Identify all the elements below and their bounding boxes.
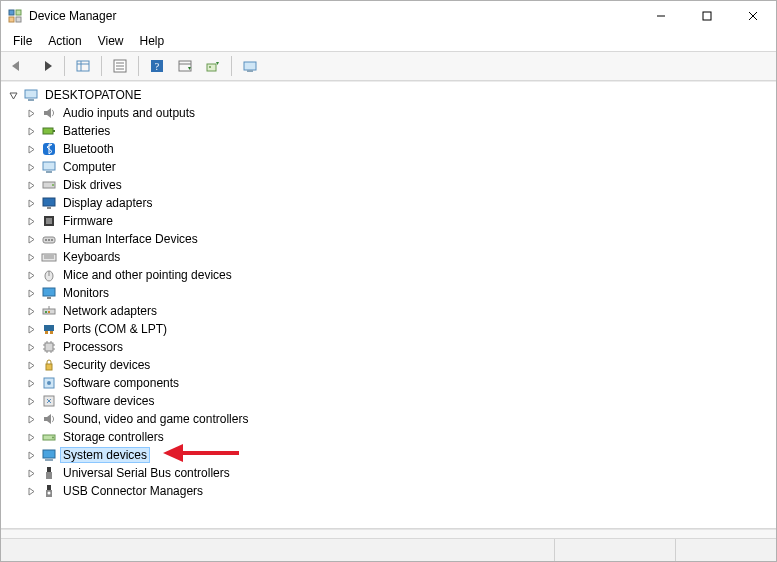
svg-point-20 (209, 66, 211, 68)
scan-hardware-button[interactable] (237, 53, 263, 79)
expand-icon[interactable] (25, 233, 37, 245)
hid-icon (41, 231, 57, 247)
tree-item[interactable]: Monitors (5, 284, 772, 302)
tree-item-label: USB Connector Managers (61, 484, 205, 498)
expand-icon[interactable] (25, 431, 37, 443)
svg-rect-8 (77, 61, 89, 71)
usbconn-icon (41, 483, 57, 499)
svg-rect-49 (48, 311, 50, 313)
tree-item-label: Monitors (61, 286, 111, 300)
tree-item[interactable]: Software components (5, 374, 772, 392)
expand-icon[interactable] (25, 251, 37, 263)
tree-item[interactable]: Ports (COM & LPT) (5, 320, 772, 338)
tree-item[interactable]: Storage controllers (5, 428, 772, 446)
tree-item-label: Security devices (61, 358, 152, 372)
tree-item[interactable]: Batteries (5, 122, 772, 140)
toolbar: ? (1, 51, 776, 81)
battery-icon (41, 123, 57, 139)
tree-item[interactable]: Sound, video and game controllers (5, 410, 772, 428)
expand-icon[interactable] (25, 359, 37, 371)
forward-button[interactable] (33, 53, 59, 79)
firmware-icon (41, 213, 57, 229)
storage-icon (41, 429, 57, 445)
expand-icon[interactable] (25, 125, 37, 137)
svg-rect-1 (16, 10, 21, 15)
svg-rect-23 (25, 90, 37, 98)
svg-rect-32 (43, 198, 55, 206)
expand-icon[interactable] (25, 395, 37, 407)
tree-item[interactable]: Firmware (5, 212, 772, 230)
menu-view[interactable]: View (90, 32, 132, 50)
tree-item-label: Audio inputs and outputs (61, 106, 197, 120)
minimize-button[interactable] (638, 1, 684, 31)
expand-icon[interactable] (25, 269, 37, 281)
bluetooth-icon (41, 141, 57, 157)
expand-icon[interactable] (25, 143, 37, 155)
tree-item-label: Bluetooth (61, 142, 116, 156)
expand-icon[interactable] (25, 215, 37, 227)
tree-item-label: Mice and other pointing devices (61, 268, 234, 282)
tree-item[interactable]: Disk drives (5, 176, 772, 194)
tree-item[interactable]: Software devices (5, 392, 772, 410)
tree-item[interactable]: Display adapters (5, 194, 772, 212)
tree-item[interactable]: Bluetooth (5, 140, 772, 158)
expand-icon[interactable] (25, 449, 37, 461)
menu-file[interactable]: File (5, 32, 40, 50)
system-icon (41, 447, 57, 463)
svg-rect-5 (703, 12, 711, 20)
expand-icon[interactable] (25, 161, 37, 173)
expand-icon[interactable] (25, 413, 37, 425)
maximize-button[interactable] (684, 1, 730, 31)
back-button[interactable] (5, 53, 31, 79)
tree-item-label: Ports (COM & LPT) (61, 322, 169, 336)
expand-icon[interactable] (25, 305, 37, 317)
tree-item[interactable]: Processors (5, 338, 772, 356)
show-hide-tree-button[interactable] (70, 53, 96, 79)
device-tree-pane[interactable]: DESKTOPATONE Audio inputs and outputsBat… (1, 81, 776, 529)
svg-point-68 (52, 437, 54, 439)
expand-icon[interactable] (25, 287, 37, 299)
svg-rect-25 (43, 128, 53, 134)
expand-icon[interactable] (25, 107, 37, 119)
expand-icon[interactable] (25, 485, 37, 497)
security-icon (41, 357, 57, 373)
tree-item[interactable]: Keyboards (5, 248, 772, 266)
port-icon (41, 321, 57, 337)
close-button[interactable] (730, 1, 776, 31)
toolbar-separator (64, 56, 65, 76)
speaker-icon (41, 105, 57, 121)
update-driver-button[interactable] (200, 53, 226, 79)
expand-icon[interactable] (25, 197, 37, 209)
tree-item[interactable]: Security devices (5, 356, 772, 374)
tree-item[interactable]: Network adapters (5, 302, 772, 320)
svg-rect-21 (244, 62, 256, 70)
softdev-icon (41, 393, 57, 409)
collapse-icon[interactable] (7, 89, 19, 101)
help-button[interactable]: ? (144, 53, 170, 79)
expand-icon[interactable] (25, 341, 37, 353)
menu-help[interactable]: Help (132, 32, 173, 50)
svg-rect-28 (43, 162, 55, 170)
expand-icon[interactable] (25, 179, 37, 191)
menu-bar: File Action View Help (1, 31, 776, 51)
action-button[interactable] (172, 53, 198, 79)
tree-item[interactable]: Human Interface Devices (5, 230, 772, 248)
tree-item-label: Keyboards (61, 250, 122, 264)
tree-item[interactable]: Audio inputs and outputs (5, 104, 772, 122)
tree-item-label: Computer (61, 160, 118, 174)
status-cell (675, 539, 776, 561)
tree-item[interactable]: USB Connector Managers (5, 482, 772, 500)
expand-icon[interactable] (25, 323, 37, 335)
properties-button[interactable] (107, 53, 133, 79)
monitor-icon (41, 285, 57, 301)
expand-icon[interactable] (25, 377, 37, 389)
expand-icon[interactable] (25, 467, 37, 479)
tree-item[interactable]: Mice and other pointing devices (5, 266, 772, 284)
tree-item[interactable]: Computer (5, 158, 772, 176)
tree-item[interactable]: System devices (5, 446, 772, 464)
tree-item[interactable]: Universal Serial Bus controllers (5, 464, 772, 482)
status-bar (1, 538, 776, 561)
tree-root-row[interactable]: DESKTOPATONE (5, 86, 772, 104)
menu-action[interactable]: Action (40, 32, 89, 50)
device-tree: DESKTOPATONE Audio inputs and outputsBat… (1, 84, 776, 502)
